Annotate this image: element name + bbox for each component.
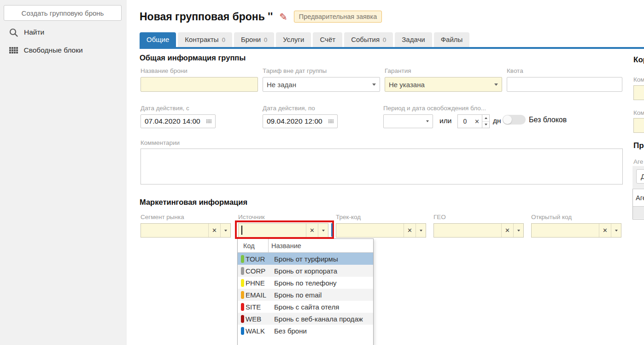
create-group-booking-button[interactable]: Создать групповую бронь [4,5,122,21]
search-icon [9,28,18,37]
geo-input[interactable] [434,224,501,237]
clear-icon[interactable]: ✕ [599,224,611,237]
arrow-down-icon [485,124,487,125]
color-pill [241,267,244,275]
right-field-label: Ком [633,109,644,116]
color-pill [241,327,244,335]
dropdown-row[interactable]: CORPБронь от корпората [238,265,373,277]
stepper-down-button[interactable] [482,122,489,128]
field-label: Название брони [141,67,258,74]
clear-icon[interactable]: ✕ [306,224,318,237]
open-code-combo: ✕ [531,223,621,238]
tab-counter: 0 [383,36,386,43]
clear-icon[interactable]: ✕ [404,224,416,237]
segment-input[interactable] [141,224,208,237]
toggle-knob [503,115,512,124]
or-label: или [439,117,451,125]
color-pill [241,279,244,287]
dropdown-row[interactable]: PHNEБронь по телефону [238,277,373,289]
chevron-down-icon [224,230,227,232]
tab-services[interactable]: Услуги [276,32,311,47]
date-to-field: Дата действия, по 09.04.2020 12:00 [263,105,338,128]
dropdown-button[interactable] [416,224,426,237]
dropdown-button[interactable] [318,224,328,237]
dropdown-header: Код Название [238,239,373,253]
title-row: Новая групповая бронь '' ✎ Предварительн… [140,9,382,24]
field-label: Дата действия, по [263,105,338,112]
agent-grid: Аге [632,189,644,220]
right-field-input[interactable] [633,85,644,100]
dropdown-row[interactable]: EMAILБронь по email [238,289,373,301]
dropdown-row[interactable]: WEBБронь с веб-канала продаж [238,313,373,325]
tab-events[interactable]: События0 [344,32,393,47]
open-code-input[interactable] [532,224,599,237]
dropdown-row[interactable]: SITEБронь с сайта отеля [238,301,373,313]
booking-name-input[interactable] [141,77,258,92]
tab-files[interactable]: Файлы [434,32,470,47]
date-from-input[interactable]: 07.04.2020 14:00 [141,114,216,128]
right-field-label: Ком [633,76,644,83]
clear-icon[interactable]: ✕ [472,115,482,128]
field-label: Период и дата освобождения бло... [383,105,433,112]
right-section-title-2: Пр [633,141,644,150]
geo-combo: ✕ [433,223,524,238]
color-pill [241,303,244,311]
segment-label: Сегмент рынка [141,214,184,220]
tab-tasks[interactable]: Задачи [395,32,432,47]
right-field-input[interactable] [633,118,644,133]
tab-bookings[interactable]: Брони0 [234,32,274,47]
field-label: Квота [507,67,622,74]
edit-pencil-icon[interactable]: ✎ [279,12,287,22]
column-header-name: Название [269,239,301,252]
dropdown-button[interactable] [611,224,621,237]
calendar-grid-icon [328,119,334,123]
source-dropdown-popup: Код Название TOURБронь от турфирмы CORPБ… [237,238,374,345]
field-label: Гарантия [385,67,502,74]
release-period-select[interactable] [383,114,433,128]
source-label: Источник [238,214,265,220]
text-cursor [241,226,242,235]
segment-combo: ✕ [141,223,231,238]
source-input[interactable] [239,224,306,237]
chevron-down-icon [494,83,498,86]
guarantee-select[interactable]: Не указана [385,77,502,92]
sidebar-item-search[interactable]: Найти [9,27,44,38]
agent-add-button[interactable]: Д [636,169,644,184]
release-days-input[interactable]: 0 [458,115,472,128]
no-blocks-toggle[interactable] [503,115,526,125]
general-section-title: Общая информация группы [140,54,246,62]
tab-contracts[interactable]: Контракты0 [178,32,232,47]
agent-grid-header: Аге [633,189,644,206]
dropdown-row[interactable]: WALKБез брони [238,325,373,337]
geo-label: ГЕО [433,214,446,220]
track-code-input[interactable] [336,224,404,237]
comments-textarea[interactable] [141,149,623,184]
tab-counter: 0 [222,36,225,43]
stepper-buttons [482,115,489,128]
clear-icon[interactable]: ✕ [208,224,220,237]
sidebar: Создать групповую бронь Найти Свободные … [0,0,127,345]
release-period-field: Период и дата освобождения бло... [383,105,433,128]
column-header-code: Код [238,239,269,252]
tab-underline [140,47,644,49]
app-window: Создать групповую бронь Найти Свободные … [0,0,644,345]
blocks-grid-icon [9,47,18,54]
date-to-input[interactable]: 09.04.2020 12:00 [263,114,338,128]
dropdown-button[interactable] [513,224,523,237]
tab-invoice[interactable]: Счёт [313,32,342,47]
sidebar-item-free-blocks[interactable]: Свободные блоки [9,45,83,56]
tab-general[interactable]: Общие [140,32,176,47]
dropdown-row[interactable]: TOURБронь от турфирмы [238,253,373,265]
tariff-field: Тариф вне дат группы Не задан [263,67,380,92]
right-section-title: Кор [633,55,644,65]
arrow-up-icon [485,117,487,119]
dropdown-button[interactable] [220,224,230,237]
clear-icon[interactable]: ✕ [501,224,513,237]
quota-input[interactable] [507,77,622,92]
chevron-down-icon [322,230,325,232]
track-code-combo: ✕ [336,223,426,238]
tariff-select[interactable]: Не задан [263,77,380,92]
tab-bar: Общие Контракты0 Брони0 Услуги Счёт Собы… [140,32,469,47]
open-code-label: Открытый код [531,214,572,220]
stepper-up-button[interactable] [482,115,489,122]
